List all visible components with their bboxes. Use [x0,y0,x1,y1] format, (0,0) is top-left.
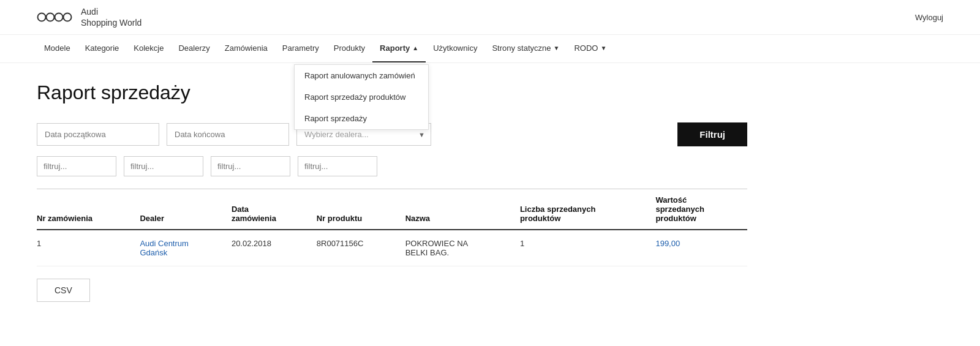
nav-item-rodo[interactable]: RODO ▼ [567,35,614,62]
col-header-data-zamowienia: Datazamówienia [232,189,317,230]
col-header-nazwa: Nazwa [405,189,520,230]
filter-row-2 [37,156,747,176]
csv-button[interactable]: CSV [37,279,90,302]
brand-name: Audi Shopping World [81,6,141,28]
table-row: 1 Audi CentrumGdańsk 20.02.2018 8R007115… [37,230,747,266]
filter-small-4[interactable] [298,156,377,176]
nav-item-kolekcje[interactable]: Kolekcje [126,35,171,62]
nav-item-parametry[interactable]: Parametry [275,35,326,62]
col-header-dealer: Dealer [140,189,232,230]
svg-point-3 [64,13,72,21]
filter-small-2[interactable] [124,156,203,176]
logo-area: Audi Shopping World [37,6,141,28]
col-header-nr-produktu: Nr produktu [317,189,405,230]
filter-button[interactable]: Filtruj [677,122,747,146]
nav-item-dealerzy[interactable]: Dealerzy [171,35,217,62]
filter-small-3[interactable] [211,156,290,176]
cell-data-zamowienia: 20.02.2018 [232,230,317,266]
col-header-nr-zamowienia: Nr zamówienia [37,189,140,230]
nav-item-uzytkownicy[interactable]: Użytkownicy [426,35,484,62]
nav-item-kategorie[interactable]: Kategorie [78,35,127,62]
dropdown-item-produktow[interactable]: Raport sprzedaży produktów [295,86,428,108]
col-header-wartosc: Wartośćsprzedanychproduktów [655,189,747,230]
cell-liczba: 1 [520,230,656,266]
raporty-dropdown: Raport anulowanych zamówień Raport sprze… [294,64,429,130]
table-header-row: Nr zamówienia Dealer Datazamówienia Nr p… [37,189,747,230]
date-end-input[interactable] [167,123,289,146]
svg-point-2 [55,13,63,21]
cell-nazwa: POKROWIEC NABELKI BAG. [405,230,520,266]
logout-button[interactable]: Wyloguj [915,13,943,22]
main-nav: Modele Kategorie Kolekcje Dealerzy Zamów… [0,35,980,63]
dropdown-item-anulowanych[interactable]: Raport anulowanych zamówień [295,65,428,86]
cell-nr-zamowienia: 1 [37,230,140,266]
filter-small-1[interactable] [37,156,116,176]
svg-point-0 [38,13,46,21]
dropdown-item-sprzedazy[interactable]: Raport sprzedaży [295,108,428,129]
sales-table: Nr zamówienia Dealer Datazamówienia Nr p… [37,189,747,266]
nav-item-zamowienia[interactable]: Zamówienia [217,35,275,62]
nav-item-strony-statyczne[interactable]: Strony statyczne ▼ [484,35,567,62]
audi-logo [37,8,74,26]
nav-item-raporty[interactable]: Raporty ▲ [372,35,426,62]
strony-chevron-icon: ▼ [554,45,560,51]
nav-item-modele[interactable]: Modele [37,35,78,62]
nav-item-produkty[interactable]: Produkty [326,35,372,62]
svg-point-1 [47,13,55,21]
raporty-chevron-icon: ▲ [412,45,418,51]
cell-nr-produktu: 8R0071156C [317,230,405,266]
header: Audi Shopping World Wyloguj [0,0,980,35]
cell-dealer[interactable]: Audi CentrumGdańsk [140,230,232,266]
date-start-input[interactable] [37,123,159,146]
cell-wartosc: 199,00 [655,230,747,266]
rodo-chevron-icon: ▼ [600,45,606,51]
data-table-container: Nr zamówienia Dealer Datazamówienia Nr p… [37,189,747,266]
col-header-liczba: Liczba sprzedanychproduktów [520,189,656,230]
